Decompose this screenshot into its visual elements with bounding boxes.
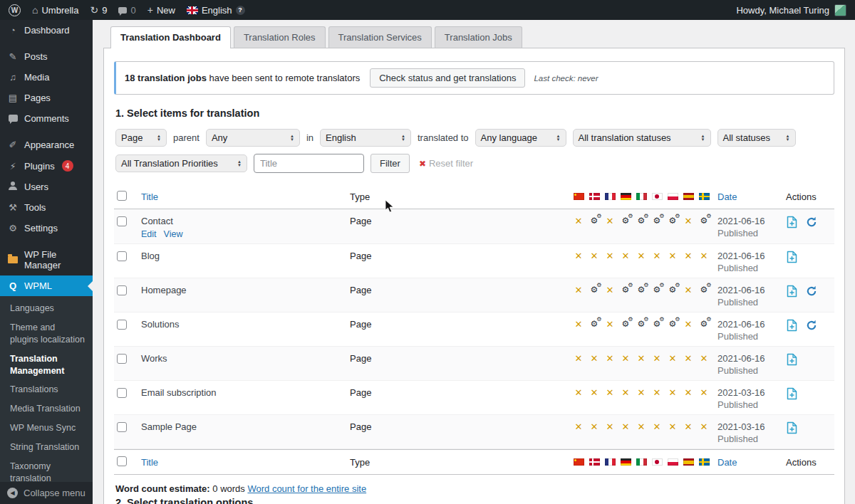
row-checkbox[interactable] [117, 354, 127, 364]
updates-count: 9 [102, 5, 107, 16]
word-count-link[interactable]: Word count for the entire site [247, 483, 366, 494]
howdy-label[interactable]: Howdy, Michael Turing [736, 5, 829, 16]
status-not-translated-icon: ✕ [622, 421, 630, 432]
new-content-link[interactable]: + New [147, 4, 175, 16]
sidebar-item-wp-file-manager[interactable]: WP File Manager [0, 244, 93, 275]
check-status-icon[interactable] [806, 320, 817, 331]
comments-link[interactable]: 0 [118, 5, 135, 16]
status-not-translated-icon: ✕ [700, 251, 708, 261]
sidebar-item-tools[interactable]: ⚒Tools [0, 197, 93, 218]
flag-slot [571, 191, 586, 201]
title-filter-input[interactable] [254, 154, 364, 173]
check-status-button[interactable]: Check status and get translations [370, 68, 525, 88]
edit-link[interactable]: Edit [141, 229, 157, 239]
sidebar-item-label: Dashboard [24, 25, 70, 36]
row-checkbox[interactable] [117, 388, 127, 398]
sidebar-item-plugins[interactable]: ⚡Plugins4 [0, 155, 93, 177]
wpml-submenu-item-theme-and-plugins-localization[interactable]: Theme and plugins localization [0, 318, 93, 350]
check-status-icon[interactable] [806, 285, 817, 297]
row-checkbox-cell [117, 216, 141, 229]
row-action-links: EditView [141, 229, 350, 239]
avatar[interactable] [834, 4, 846, 16]
tab-translation-dashboard[interactable]: Translation Dashboard [110, 26, 231, 48]
wpml-submenu-item-wp-menus-sync[interactable]: WP Menus Sync [0, 419, 93, 438]
sidebar-item-appearance[interactable]: ✐Appearance [0, 135, 93, 155]
sidebar-item-users[interactable]: Users [0, 177, 93, 197]
parent-label: parent [173, 132, 200, 143]
sort-date-header[interactable]: Date [717, 191, 737, 202]
translation-status-select[interactable]: All translation statuses [573, 129, 711, 147]
row-type: Page [350, 285, 571, 295]
tab-translation-roles[interactable]: Translation Roles [234, 26, 326, 48]
check-status-icon[interactable] [806, 216, 817, 228]
sort-title-header[interactable]: Title [141, 457, 158, 468]
row-translation-statuses: ✕✕✕✕✕✕✕✕✕ [571, 421, 717, 431]
post-type-select[interactable]: Page [115, 129, 167, 147]
source-language-select[interactable]: English [320, 129, 411, 147]
users-icon [7, 182, 19, 192]
select-all-checkbox[interactable] [117, 191, 127, 201]
updates-icon: ↻ [90, 4, 98, 16]
collapse-menu-button[interactable]: ◀ Collapse menu [0, 481, 93, 504]
row-title: Email subscription [141, 387, 350, 398]
add-translation-icon[interactable] [786, 216, 798, 229]
sidebar-item-dashboard[interactable]: ◔Dashboard [0, 20, 93, 41]
sidebar-item-comments[interactable]: Comments [0, 108, 93, 129]
site-name-link[interactable]: ⌂ Umbrella [32, 4, 78, 16]
parent-select[interactable]: Any [206, 129, 300, 147]
priority-select[interactable]: All Translation Priorities [115, 154, 247, 172]
select-all-checkbox[interactable] [117, 456, 127, 466]
swedish-flag-icon [699, 193, 710, 200]
filter-button[interactable]: Filter [370, 154, 410, 173]
table-row: WorksPage✕✕✕✕✕✕✕✕✕2021-06-16Published [114, 347, 834, 381]
add-translation-icon[interactable] [786, 251, 798, 263]
status-in-progress-icon: ⚙ [653, 319, 661, 329]
sidebar-item-pages[interactable]: ▤Pages [0, 88, 93, 108]
status-not-translated-icon: ✕ [606, 421, 614, 432]
row-checkbox[interactable] [117, 285, 127, 295]
row-actions-cell [786, 387, 831, 400]
wpml-submenu-item-languages[interactable]: Languages [0, 299, 93, 318]
reset-filter-button[interactable]: ✖ Reset filter [419, 158, 473, 169]
status-slot: ✕ [602, 216, 618, 226]
updates-link[interactable]: ↻ 9 [90, 4, 107, 16]
wpml-submenu-item-translation-management[interactable]: Translation Management [0, 350, 93, 381]
language-switcher[interactable]: English ? [187, 5, 245, 16]
sidebar-item-settings[interactable]: ⚙Settings [0, 218, 93, 238]
target-language-select[interactable]: Any language [475, 129, 566, 147]
row-checkbox[interactable] [117, 216, 127, 226]
row-title: Sample Page [141, 421, 350, 432]
add-translation-icon[interactable] [786, 353, 798, 366]
status-slot: ✕ [680, 421, 696, 431]
row-date: 2021-06-16 [717, 251, 786, 261]
sidebar-item-wpml[interactable]: Q WPML [0, 275, 93, 296]
tab-translation-services[interactable]: Translation Services [328, 26, 432, 48]
row-post-status: Published [717, 331, 786, 342]
sidebar-item-posts[interactable]: ✎Posts [0, 46, 93, 67]
add-translation-icon[interactable] [786, 421, 798, 434]
sidebar-item-media[interactable]: ♫Media [0, 67, 93, 88]
wpml-submenu-item-media-translation[interactable]: Media Translation [0, 399, 93, 419]
wpml-submenu-item-string-translation[interactable]: String Translation [0, 438, 93, 457]
language-flags-header [571, 457, 717, 467]
row-checkbox[interactable] [117, 422, 127, 432]
add-translation-icon[interactable] [786, 285, 798, 298]
add-translation-icon[interactable] [786, 387, 798, 400]
sort-date-header[interactable]: Date [717, 457, 737, 468]
row-checkbox[interactable] [117, 320, 127, 330]
tab-translation-jobs[interactable]: Translation Jobs [435, 26, 522, 48]
wpml-submenu-item-translations[interactable]: Translations [0, 380, 93, 399]
wordpress-menu[interactable]: W [9, 4, 21, 16]
row-checkbox[interactable] [117, 251, 127, 261]
post-status-select[interactable]: All statuses [717, 129, 796, 147]
view-link[interactable]: View [164, 229, 183, 239]
tab-bar: Translation DashboardTranslation RolesTr… [103, 26, 845, 48]
last-check-label: Last check: never [534, 74, 598, 83]
sort-title-header[interactable]: Title [141, 191, 158, 202]
row-title-cell: Sample Page [141, 421, 350, 432]
home-icon: ⌂ [32, 4, 38, 16]
status-slot: ✕ [680, 319, 696, 329]
add-translation-icon[interactable] [786, 319, 798, 332]
row-date-cell: 2021-06-16Published [717, 285, 786, 308]
row-translation-statuses: ✕✕✕✕✕✕✕✕✕ [571, 251, 717, 261]
